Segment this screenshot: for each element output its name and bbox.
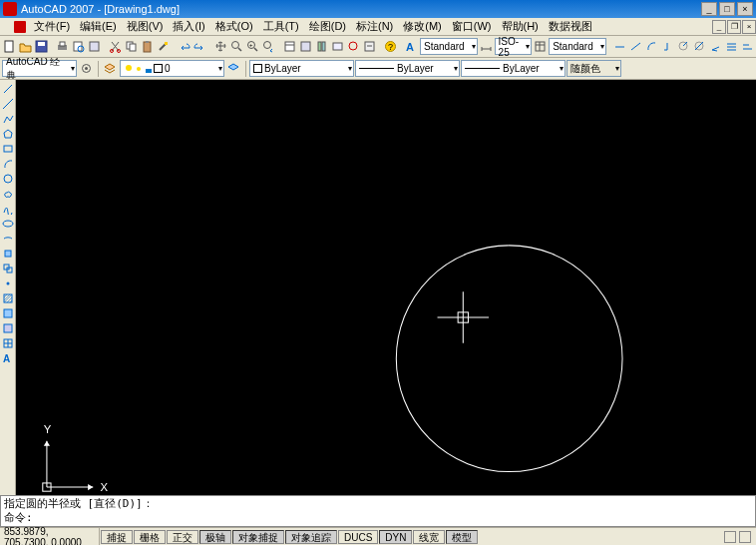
ortho-toggle[interactable]: 正交 xyxy=(167,530,198,544)
menu-window[interactable]: 窗口(W) xyxy=(447,19,497,34)
textstyle-combo[interactable]: Standard xyxy=(420,38,478,55)
copy-button[interactable] xyxy=(124,38,139,55)
layer-manager-button[interactable] xyxy=(102,60,119,77)
menu-draw[interactable]: 绘图(D) xyxy=(304,19,351,34)
lineweight-combo[interactable]: ByLayer xyxy=(461,60,566,77)
dim-ordinate-button[interactable] xyxy=(660,38,675,55)
quickcalc-button[interactable] xyxy=(362,38,377,55)
drawing-canvas[interactable]: X Y xyxy=(16,80,756,495)
color-combo[interactable]: ByLayer xyxy=(249,60,354,77)
model-toggle[interactable]: 模型 xyxy=(446,530,478,544)
markup-button[interactable] xyxy=(346,38,361,55)
maximize-button[interactable]: □ xyxy=(719,2,735,16)
redo-button[interactable] xyxy=(192,38,207,55)
match-prop-button[interactable] xyxy=(156,38,171,55)
tool-palettes-button[interactable] xyxy=(314,38,329,55)
region-button[interactable] xyxy=(1,321,15,335)
help-button[interactable]: ? xyxy=(383,38,398,55)
open-button[interactable] xyxy=(18,38,33,55)
tablestyle-combo[interactable]: Standard xyxy=(549,38,606,55)
menu-format[interactable]: 格式(O) xyxy=(210,19,258,34)
hatch-button[interactable] xyxy=(1,291,15,305)
save-button[interactable] xyxy=(34,38,49,55)
arc-button[interactable] xyxy=(1,157,15,171)
dimstyle-combo[interactable]: ISO-25 xyxy=(495,38,533,55)
snap-toggle[interactable]: 捕捉 xyxy=(101,530,133,544)
menu-dimension[interactable]: 标注(N) xyxy=(351,19,398,34)
polygon-button[interactable] xyxy=(1,127,15,141)
menu-tools[interactable]: 工具(T) xyxy=(258,19,304,34)
dimstyle-icon[interactable] xyxy=(479,38,494,55)
new-button[interactable] xyxy=(2,38,17,55)
print-button[interactable] xyxy=(55,38,70,55)
osnap-toggle[interactable]: 对象捕捉 xyxy=(232,530,284,544)
sheet-set-button[interactable] xyxy=(330,38,345,55)
ellipse-arc-button[interactable] xyxy=(1,232,15,246)
lwt-toggle[interactable]: 线宽 xyxy=(413,530,445,544)
ducs-toggle[interactable]: DUCS xyxy=(338,530,378,544)
menu-help[interactable]: 帮助(H) xyxy=(497,19,544,34)
tablestyle-icon[interactable] xyxy=(533,38,548,55)
pan-button[interactable] xyxy=(213,38,228,55)
point-button[interactable] xyxy=(1,276,15,290)
menu-edit[interactable]: 编辑(E) xyxy=(75,19,122,34)
grid-toggle[interactable]: 栅格 xyxy=(134,530,166,544)
circle-button[interactable] xyxy=(1,172,15,186)
mdi-minimize-button[interactable]: _ xyxy=(712,20,726,34)
polyline-button[interactable] xyxy=(1,112,15,126)
dim-linear-button[interactable] xyxy=(612,38,627,55)
linetype-combo[interactable]: ByLayer xyxy=(355,60,460,77)
workspace-combo[interactable]: AutoCAD 经典 xyxy=(2,60,77,77)
otrack-toggle[interactable]: 对象追踪 xyxy=(285,530,337,544)
textstyle-icon[interactable]: A xyxy=(404,38,419,55)
properties-button[interactable] xyxy=(282,38,297,55)
tray-lock-icon[interactable] xyxy=(739,531,751,543)
layer-combo[interactable]: 0 xyxy=(120,60,224,77)
zoom-window-button[interactable]: + xyxy=(245,38,260,55)
workspace-settings-button[interactable] xyxy=(78,60,95,77)
mdi-close-button[interactable]: × xyxy=(742,20,756,34)
mtext-button[interactable]: A xyxy=(1,351,15,365)
undo-button[interactable] xyxy=(177,38,191,55)
publish-button[interactable] xyxy=(87,38,102,55)
menu-file[interactable]: 文件(F) xyxy=(29,19,75,34)
rectangle-button[interactable] xyxy=(1,142,15,156)
mdi-restore-button[interactable]: ❐ xyxy=(727,20,741,34)
menu-data[interactable]: 数据视图 xyxy=(544,19,597,34)
command-window[interactable]: 指定圆的半径或 [直径(D)]： 命令: xyxy=(0,495,756,527)
revcloud-button[interactable] xyxy=(1,187,15,201)
menu-insert[interactable]: 插入(I) xyxy=(168,19,209,34)
insert-block-button[interactable] xyxy=(1,247,15,261)
dim-diameter-button[interactable] xyxy=(692,38,707,55)
ellipse-button[interactable] xyxy=(1,217,15,231)
design-center-button[interactable] xyxy=(298,38,313,55)
xline-button[interactable] xyxy=(1,97,15,111)
menu-view[interactable]: 视图(V) xyxy=(122,19,169,34)
layer-prev-button[interactable] xyxy=(225,60,242,77)
plotstyle-combo[interactable]: 随颜色 xyxy=(567,60,621,77)
spline-button[interactable] xyxy=(1,202,15,216)
dim-radius-button[interactable] xyxy=(676,38,691,55)
line-button[interactable] xyxy=(1,82,15,96)
dim-baseline-button[interactable] xyxy=(740,38,755,55)
print-preview-button[interactable] xyxy=(71,38,86,55)
dyn-toggle[interactable]: DYN xyxy=(379,530,412,544)
dim-quick-button[interactable] xyxy=(724,38,739,55)
coords-readout[interactable]: 853.9879, 705.7300, 0.0000 xyxy=(0,528,100,545)
close-button[interactable]: × xyxy=(737,2,753,16)
table-button[interactable] xyxy=(1,336,15,350)
cut-button[interactable] xyxy=(108,38,123,55)
circle-entity[interactable] xyxy=(396,246,622,472)
zoom-realtime-button[interactable] xyxy=(229,38,244,55)
dim-aligned-button[interactable] xyxy=(628,38,643,55)
menu-modify[interactable]: 修改(M) xyxy=(398,19,447,34)
dim-angular-button[interactable] xyxy=(708,38,723,55)
zoom-previous-button[interactable] xyxy=(261,38,276,55)
dim-arc-button[interactable] xyxy=(644,38,659,55)
polar-toggle[interactable]: 极轴 xyxy=(199,530,231,544)
gradient-button[interactable] xyxy=(1,306,15,320)
minimize-button[interactable]: _ xyxy=(701,2,717,16)
make-block-button[interactable] xyxy=(1,262,15,275)
paste-button[interactable] xyxy=(140,38,155,55)
tray-icon[interactable] xyxy=(724,531,736,543)
